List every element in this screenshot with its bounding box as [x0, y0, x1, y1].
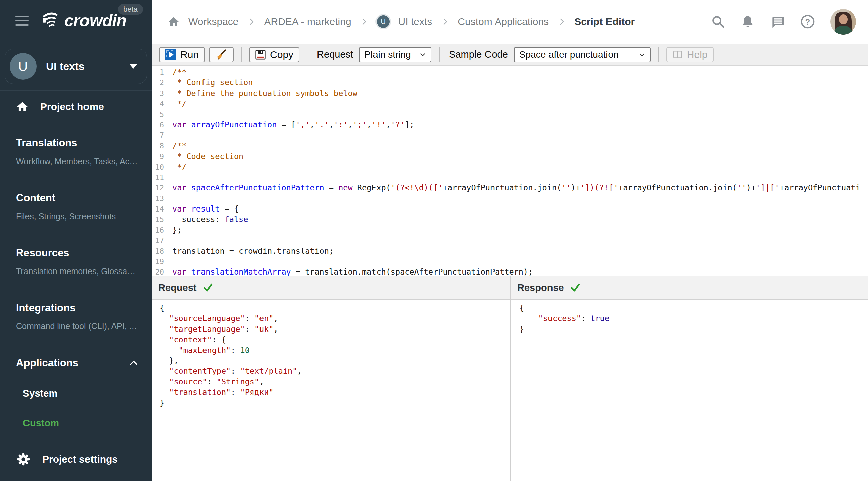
section-title: Resources — [16, 247, 138, 259]
hamburger-menu-icon[interactable] — [16, 16, 29, 26]
response-json-viewer: { "success": true} — [510, 300, 868, 481]
line-number: 3 — [152, 88, 168, 99]
check-icon — [570, 283, 581, 293]
chevron-right-icon — [441, 18, 449, 26]
search-icon[interactable] — [711, 15, 725, 29]
chevron-right-icon — [247, 18, 255, 26]
sidebar-item-system[interactable]: System — [16, 388, 139, 399]
gear-icon — [16, 452, 31, 467]
code-line: 19 — [152, 256, 868, 267]
code-line: 6var arrayOfPunctuation = [',','.',':','… — [152, 120, 868, 130]
code-line: "context": { — [156, 334, 510, 345]
code-line: "maxLength": 10 — [156, 345, 510, 356]
line-number: 7 — [152, 130, 168, 140]
copy-label: Copy — [270, 49, 293, 60]
code-line: 1/** — [152, 67, 868, 77]
sidebar-item-custom[interactable]: Custom — [16, 418, 139, 429]
home-icon — [16, 100, 29, 113]
copy-button[interactable]: Copy — [249, 47, 300, 62]
sidebar-item-resources[interactable]: Resources Translation memories, Glossari… — [0, 233, 152, 288]
line-number: 2 — [152, 77, 168, 88]
breadcrumb-workspace[interactable]: Workspace — [188, 16, 239, 28]
beta-badge: beta — [118, 4, 143, 15]
sidebar-item-content[interactable]: Content Files, Strings, Screenshots — [0, 178, 152, 233]
response-panel-header: Response — [510, 276, 868, 300]
line-number: 14 — [152, 204, 168, 214]
code-line: "source": "Strings", — [156, 377, 510, 387]
breadcrumb-project[interactable]: ARDEA - marketing — [264, 16, 351, 28]
help-button[interactable]: Help — [666, 47, 714, 62]
line-number: 13 — [152, 193, 168, 204]
breadcrumb-home-icon[interactable] — [167, 16, 180, 28]
request-title: Request — [158, 282, 196, 293]
crowdin-wordmark: crowdin — [64, 11, 126, 31]
topbar: Workspace ARDEA - marketing U UI texts C… — [152, 0, 868, 43]
toolbar-separator — [307, 47, 307, 62]
sidebar-item-applications[interactable]: Applications — [16, 357, 139, 369]
run-button[interactable]: Run — [159, 47, 205, 62]
help-icon[interactable]: ? — [800, 14, 815, 29]
line-number: 1 — [152, 67, 168, 77]
sidebar-item-integrations[interactable]: Integrations Command line tool (CLI), AP… — [0, 288, 152, 343]
section-title: Applications — [16, 357, 129, 369]
crowdin-logo[interactable]: crowdin — [40, 10, 126, 31]
toolbar-separator — [241, 47, 242, 62]
line-number: 11 — [152, 172, 168, 183]
request-format-select[interactable]: Plain string — [359, 47, 432, 62]
project-name: UI texts — [46, 60, 120, 73]
code-line: 15 success: false — [152, 214, 868, 225]
code-line: 20var translationMatchArray = translatio… — [152, 267, 868, 276]
code-line: "contentType": "text/plain", — [156, 366, 510, 377]
code-line: 12var spaceAfterPunctuationPattern = new… — [152, 183, 868, 193]
chevron-right-icon — [360, 18, 368, 26]
code-line: 2 * Config section — [152, 77, 868, 88]
section-title: Translations — [16, 137, 138, 149]
sidebar-item-project-home[interactable]: Project home — [0, 91, 152, 123]
code-line: 10 */ — [152, 162, 868, 172]
bell-icon[interactable] — [741, 15, 755, 29]
breadcrumb-ui-texts[interactable]: UI texts — [398, 16, 433, 28]
line-number: 16 — [152, 225, 168, 235]
line-number: 19 — [152, 256, 168, 267]
book-icon — [672, 49, 683, 60]
code-line: "targetLanguage": "uk", — [156, 324, 510, 334]
code-line: } — [515, 324, 868, 334]
crowdin-logo-icon — [40, 10, 61, 31]
code-line: "sourceLanguage": "en", — [156, 313, 510, 324]
toolbar-separator — [658, 47, 659, 62]
code-line: 18translation = crowdin.translation; — [152, 246, 868, 256]
user-avatar[interactable] — [831, 9, 856, 34]
line-number: 4 — [152, 99, 168, 109]
line-number: 15 — [152, 214, 168, 225]
divider — [0, 41, 152, 42]
brush-icon — [215, 49, 227, 61]
help-label: Help — [687, 49, 708, 60]
code-line: 14var result = { — [152, 204, 868, 214]
section-title: Content — [16, 192, 138, 204]
sidebar-item-label: Project home — [40, 101, 104, 112]
sidebar-header: crowdin beta — [0, 0, 152, 41]
select-chevron-icon — [420, 51, 426, 58]
code-line: 4 */ — [152, 99, 868, 109]
sidebar-item-project-settings[interactable]: Project settings — [0, 439, 152, 467]
line-number: 18 — [152, 246, 168, 256]
code-editor[interactable]: 1/**2 * Config section3 * Define the pun… — [152, 66, 868, 276]
format-brush-button[interactable] — [209, 47, 234, 62]
request-json-editor[interactable]: { "sourceLanguage": "en", "targetLanguag… — [152, 300, 510, 481]
select-chevron-icon — [639, 51, 645, 58]
project-selector[interactable]: U UI texts — [5, 49, 147, 84]
request-panel-header: Request — [152, 276, 510, 300]
chat-icon[interactable] — [770, 14, 785, 29]
code-line: { — [515, 303, 868, 313]
sidebar-item-translations[interactable]: Translations Workflow, Members, Tasks, A… — [0, 123, 152, 178]
topbar-icons: ? — [711, 9, 856, 34]
sample-code-select[interactable]: Space after punctuation — [514, 47, 651, 62]
toolbar-separator — [439, 47, 439, 62]
breadcrumb-custom-applications[interactable]: Custom Applications — [458, 16, 549, 28]
play-icon — [165, 49, 176, 60]
code-line: "success": true — [515, 313, 868, 324]
section-subtitle: Command line tool (CLI), API, A… — [16, 321, 138, 331]
request-format-value: Plain string — [365, 49, 420, 60]
line-number: 17 — [152, 235, 168, 246]
sidebar-item-label: Project settings — [42, 453, 118, 465]
